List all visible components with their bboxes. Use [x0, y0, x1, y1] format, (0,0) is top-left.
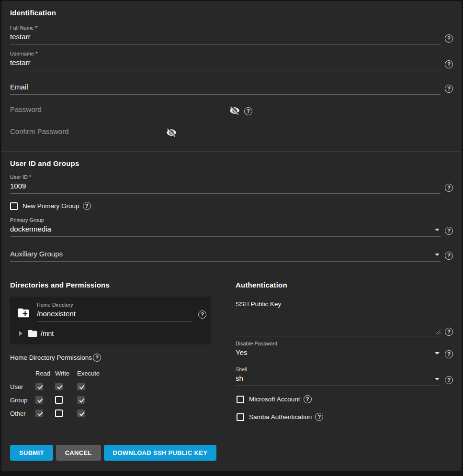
submit-button[interactable]: SUBMIT	[10, 445, 53, 461]
section-directories-authentication: Directories and Permissions Home Directo…	[1, 273, 462, 437]
help-icon[interactable]	[315, 413, 323, 421]
confirm-password-input[interactable]	[10, 127, 159, 139]
password-row	[10, 105, 263, 117]
auxiliary-groups-row: Auxiliary Groups	[10, 250, 453, 262]
help-icon[interactable]	[445, 60, 453, 68]
microsoft-account-checkbox[interactable]	[237, 396, 244, 403]
home-directory-field: Home Directory	[37, 302, 192, 321]
visibility-off-icon[interactable]	[229, 105, 240, 116]
primary-group-label: Primary Group	[10, 217, 440, 223]
chevron-down-icon	[435, 378, 440, 380]
email-row	[10, 83, 453, 95]
shell-select[interactable]: Shell sh	[236, 366, 440, 386]
password-input[interactable]	[10, 105, 223, 117]
disable-password-select[interactable]: Disable Password Yes	[236, 341, 440, 360]
user-id-field: User ID *	[10, 174, 440, 194]
help-icon[interactable]	[83, 202, 91, 210]
folder-icon	[27, 328, 38, 339]
full-name-row: Full Name *	[10, 25, 453, 44]
visibility-off-icon[interactable]	[166, 127, 177, 138]
download-ssh-public-key-button[interactable]: DOWNLOAD SSH PUBLIC KEY	[104, 445, 217, 461]
primary-group-row: Primary Group dockermedia	[10, 217, 453, 237]
home-directory-label: Home Directory	[37, 302, 192, 308]
permission-checkbox-group-read[interactable]	[35, 396, 43, 404]
auxiliary-groups-label: Auxiliary Groups	[10, 250, 431, 258]
tree-item-mnt[interactable]: /mnt	[16, 328, 206, 339]
ssh-public-key-row	[236, 309, 453, 336]
permissions-row-label: User	[10, 383, 35, 390]
password-field	[10, 105, 223, 117]
help-icon[interactable]	[244, 107, 252, 115]
help-icon[interactable]	[445, 376, 453, 384]
help-icon[interactable]	[93, 354, 101, 362]
primary-group-select[interactable]: Primary Group dockermedia	[10, 217, 440, 237]
username-field: Username *	[10, 51, 440, 70]
permission-checkbox-other-write[interactable]	[55, 410, 63, 417]
new-primary-group-row: New Primary Group	[10, 202, 453, 210]
home-directory-row: Home Directory	[16, 302, 206, 321]
ssh-public-key-textarea[interactable]	[236, 309, 441, 336]
identification-title: Identification	[10, 9, 453, 17]
disable-password-row: Disable Password Yes	[236, 341, 453, 360]
help-icon[interactable]	[445, 252, 453, 260]
chevron-down-icon	[435, 254, 440, 256]
shell-label: Shell	[236, 366, 440, 372]
directories-column: Directories and Permissions Home Directo…	[10, 281, 227, 421]
permissions-column-header: Write	[55, 370, 77, 377]
help-icon[interactable]	[445, 34, 453, 43]
email-field	[10, 83, 440, 95]
confirm-password-field	[10, 127, 159, 139]
permissions-column-header: Execute	[77, 370, 107, 377]
disable-password-label: Disable Password	[236, 341, 440, 346]
user-form-card: Identification Full Name * Username *	[1, 1, 462, 471]
form-actions: SUBMIT CANCEL DOWNLOAD SSH PUBLIC KEY	[1, 437, 462, 468]
chevron-down-icon	[435, 229, 440, 231]
permissions-row-label: Group	[10, 397, 35, 404]
permissions-table: ReadWriteExecuteUserGroupOther	[10, 370, 227, 417]
shell-value: sh	[236, 374, 431, 382]
permission-checkbox-group-write[interactable]	[55, 396, 63, 404]
help-icon[interactable]	[445, 227, 453, 235]
permissions-title-row: Home Directory Permissions	[10, 354, 227, 362]
permission-checkbox-user-execute[interactable]	[77, 383, 85, 390]
samba-authentication-row: Samba Authentication	[237, 413, 453, 421]
help-icon[interactable]	[445, 85, 453, 93]
home-directory-input[interactable]	[37, 310, 192, 321]
help-icon[interactable]	[445, 350, 453, 358]
new-primary-group-checkbox[interactable]	[10, 202, 18, 210]
create-new-folder-icon[interactable]	[17, 306, 30, 320]
directories-title: Directories and Permissions	[10, 281, 227, 289]
user-id-input[interactable]	[10, 182, 440, 194]
cancel-button[interactable]: CANCEL	[56, 445, 101, 461]
samba-authentication-label: Samba Authentication	[249, 413, 312, 421]
user-id-label: User ID *	[10, 174, 440, 180]
permission-checkbox-user-write[interactable]	[55, 383, 63, 390]
help-icon[interactable]	[445, 184, 453, 192]
permission-checkbox-other-execute[interactable]	[77, 410, 85, 417]
help-icon[interactable]	[304, 395, 312, 403]
home-directory-box: Home Directory /mnt	[10, 297, 211, 344]
permission-checkbox-other-read[interactable]	[35, 410, 43, 417]
username-input[interactable]	[10, 58, 440, 70]
auxiliary-groups-select[interactable]: Auxiliary Groups	[10, 250, 440, 262]
permission-checkbox-group-execute[interactable]	[77, 396, 85, 404]
resize-handle-icon[interactable]	[434, 328, 441, 335]
authentication-column: Authentication SSH Public Key Disable Pa…	[236, 281, 453, 421]
shell-row: Shell sh	[236, 366, 453, 386]
full-name-input[interactable]	[10, 33, 440, 44]
samba-authentication-checkbox[interactable]	[237, 413, 244, 421]
permissions-column-header: Read	[35, 370, 55, 377]
chevron-down-icon	[435, 352, 440, 354]
full-name-field: Full Name *	[10, 25, 440, 44]
primary-group-value: dockermedia	[10, 225, 431, 233]
permissions-row-label: Other	[10, 410, 35, 417]
email-input[interactable]	[10, 83, 440, 95]
help-icon[interactable]	[198, 310, 206, 319]
disable-password-value: Yes	[236, 348, 431, 356]
microsoft-account-row: Microsoft Account	[237, 395, 453, 403]
user-id-groups-title: User ID and Groups	[10, 159, 453, 167]
expand-arrow-icon[interactable]	[19, 331, 23, 336]
full-name-label: Full Name *	[10, 25, 440, 31]
permission-checkbox-user-read[interactable]	[35, 383, 43, 390]
help-icon[interactable]	[445, 328, 453, 336]
